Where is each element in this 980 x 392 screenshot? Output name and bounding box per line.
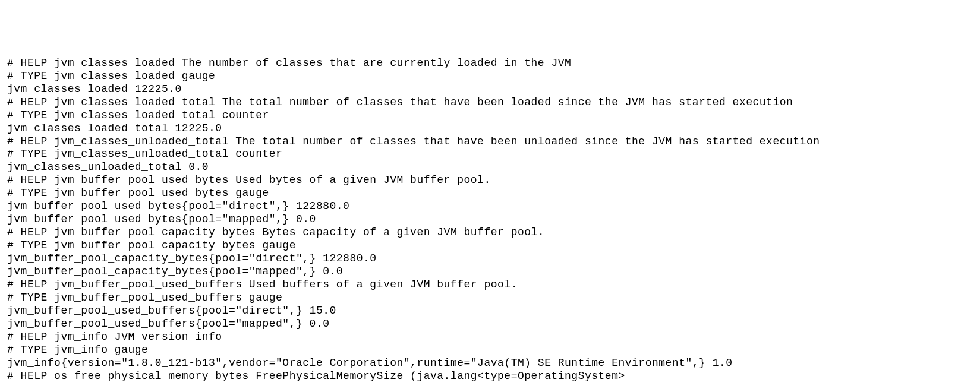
prometheus-metrics-output: # HELP jvm_classes_loaded The number of … <box>7 57 973 383</box>
